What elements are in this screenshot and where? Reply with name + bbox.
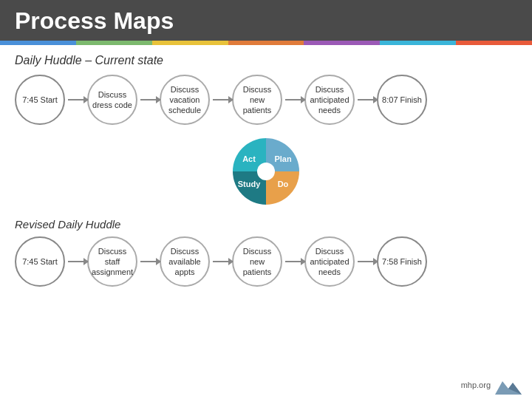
arrow-2 (140, 99, 157, 100)
footer-text: mhp.org (461, 381, 491, 389)
arrow-r2 (140, 261, 157, 262)
header: Process Maps (0, 0, 532, 41)
node-start2: 7:45 Start (15, 236, 65, 287)
node-3: Discuss new patients (232, 75, 282, 125)
node-end2: 7:58 Finish (377, 236, 427, 287)
color-seg-6 (380, 41, 456, 45)
color-seg-7 (456, 41, 532, 45)
svg-text:Do: Do (278, 180, 289, 188)
main-content: Daily Huddle – Current state 7:45 Start … (0, 45, 532, 299)
svg-text:Act: Act (242, 154, 256, 163)
node-r4: Discuss anticipated needs (304, 236, 355, 287)
flow-row-2: 7:45 Start Discuss staff assignment Disc… (15, 236, 517, 287)
flow-row-1: 7:45 Start Discuss dress code Discuss va… (15, 75, 517, 125)
node-4: Discuss anticipated needs (304, 75, 355, 125)
section1-title: Daily Huddle – Current state (15, 54, 517, 67)
arrow-r5 (358, 261, 374, 262)
arrow-1 (68, 99, 84, 100)
node-1: Discuss dress code (87, 75, 137, 125)
color-seg-2 (76, 41, 152, 45)
pdca-container: Act Plan Study Do (15, 131, 517, 212)
footer: mhp.org (461, 375, 522, 395)
arrow-3 (213, 99, 229, 100)
color-seg-5 (304, 41, 380, 45)
section2-title: Revised Daily Huddle (15, 218, 517, 231)
page-title: Process Maps (15, 7, 517, 35)
node-start1: 7:45 Start (15, 75, 65, 125)
color-bar (0, 41, 532, 45)
node-2: Discuss vacation schedule (160, 75, 210, 125)
arrow-4 (285, 99, 301, 100)
pdca-wheel: Act Plan Study Do (225, 131, 307, 212)
color-seg-3 (152, 41, 228, 45)
node-r2: Discuss available appts (160, 236, 210, 287)
color-seg-4 (228, 41, 304, 45)
svg-marker-7 (511, 380, 514, 383)
mountain-icon (495, 375, 522, 395)
arrow-r1 (68, 261, 84, 262)
node-r3: Discuss new patients (232, 236, 282, 287)
arrow-r4 (285, 261, 301, 262)
svg-text:Study: Study (238, 180, 261, 188)
svg-text:Plan: Plan (274, 154, 292, 163)
arrow-5 (358, 99, 374, 100)
svg-point-0 (257, 163, 275, 180)
node-r1: Discuss staff assignment (87, 236, 137, 287)
node-end1: 8:07 Finish (377, 75, 427, 125)
arrow-r3 (213, 261, 229, 262)
color-seg-1 (0, 41, 76, 45)
